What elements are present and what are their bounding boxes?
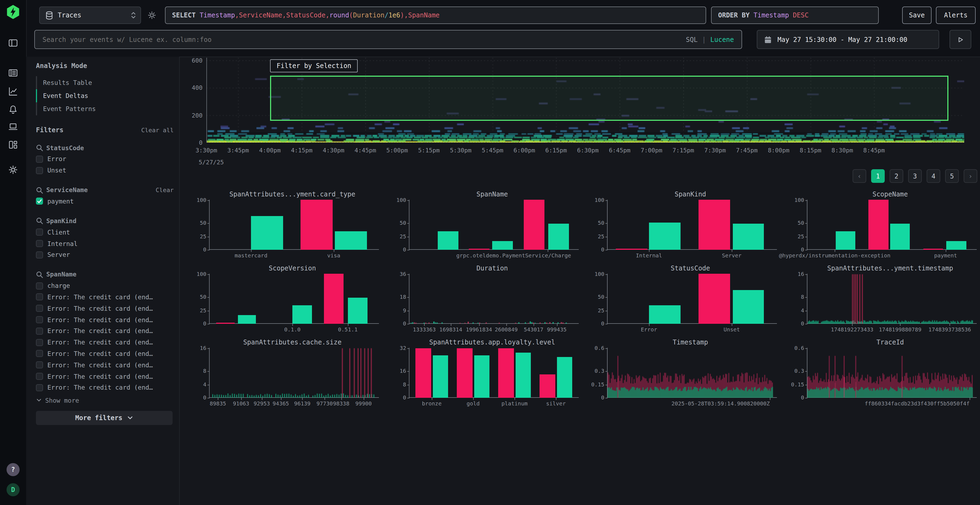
chart-y-tick xyxy=(605,237,608,237)
chart-x-tick-label: ff860334facdb23d3f430ff5b5050f4f xyxy=(865,400,970,407)
more-filters-button[interactable]: More filters xyxy=(36,411,173,425)
chart-x-tick-label: @hyperdx/instrumentation-exception xyxy=(779,252,891,259)
search-bar[interactable]: SQL | Lucene xyxy=(34,30,742,49)
heatmap-y-tick-label: 400 xyxy=(181,85,202,92)
filter-group-header[interactable]: ServiceNameClear xyxy=(36,184,175,195)
filter-option[interactable]: Error: The credit card (end… xyxy=(36,337,175,348)
filter-option[interactable]: Error: The credit card (end… xyxy=(36,359,175,371)
checkbox[interactable] xyxy=(36,198,43,205)
chart-bar xyxy=(498,348,514,398)
checkbox[interactable] xyxy=(36,240,43,247)
analysis-mode-item-event-patterns[interactable]: Event Patterns xyxy=(36,102,175,115)
chart-explorer-icon[interactable] xyxy=(8,86,19,97)
filter-group-header[interactable]: SpanName xyxy=(36,269,175,280)
show-more-toggle[interactable]: Show more xyxy=(36,395,175,405)
checkbox[interactable] xyxy=(36,229,43,236)
filter-option[interactable]: Error: The credit card (end… xyxy=(36,371,175,382)
checkbox[interactable] xyxy=(36,294,43,301)
chart-x-tick-label: bronze xyxy=(422,400,442,407)
pagination-page-5[interactable]: 5 xyxy=(945,169,959,183)
search-logs-icon[interactable] xyxy=(8,67,19,78)
chart-y-tick-label: 32 xyxy=(384,345,406,351)
chart-bar xyxy=(216,323,234,324)
filter-option[interactable]: Error: The credit card (end… xyxy=(36,326,175,337)
filter-option[interactable]: Client xyxy=(36,227,175,238)
toggle-sql-label[interactable]: SQL xyxy=(686,36,697,43)
order-by-editor[interactable]: ORDER BY Timestamp DESC xyxy=(711,6,879,24)
chart-x-tick-label: 999435 xyxy=(547,327,566,332)
save-button[interactable]: Save xyxy=(902,6,932,24)
filter-option[interactable]: charge xyxy=(36,280,175,292)
filter-group-header[interactable]: StatusCode xyxy=(36,142,175,154)
toggle-divider: | xyxy=(702,36,706,43)
chart-x-tick xyxy=(218,398,218,400)
alerts-button[interactable]: Alerts xyxy=(936,6,976,24)
pagination-page-3[interactable]: 3 xyxy=(908,169,922,183)
checkbox[interactable] xyxy=(36,282,43,289)
checkbox[interactable] xyxy=(36,251,43,259)
filter-option[interactable]: Server xyxy=(36,249,175,260)
filters-title: Filters xyxy=(36,126,64,134)
chart-y-tick xyxy=(605,348,608,349)
checkbox[interactable] xyxy=(36,305,43,312)
heatmap-selection[interactable] xyxy=(270,75,948,121)
user-avatar[interactable]: D xyxy=(6,483,20,496)
dashboards-icon[interactable] xyxy=(8,139,19,150)
pagination-next[interactable]: › xyxy=(964,169,977,183)
chart-x-tick xyxy=(479,324,479,326)
sessions-laptop-icon[interactable] xyxy=(8,121,19,132)
checkbox[interactable] xyxy=(36,327,43,335)
filter-option[interactable]: Error xyxy=(36,154,175,165)
filter-option[interactable]: Error: The credit card (end… xyxy=(36,303,175,314)
clear-filter-link[interactable]: Clear xyxy=(156,186,174,194)
heatmap-x-tick-label: 5:15pm xyxy=(418,147,440,154)
chart-y-tick xyxy=(805,297,807,298)
pagination-page-1[interactable]: 1 xyxy=(871,169,885,183)
query-token: , xyxy=(235,11,239,19)
search-input[interactable] xyxy=(35,30,686,48)
chart-x-tick xyxy=(835,250,835,252)
analysis-mode-item-results-table[interactable]: Results Table xyxy=(36,76,175,89)
alerts-bell-icon[interactable] xyxy=(8,104,19,115)
clear-all-filters-link[interactable]: Clear all xyxy=(141,127,174,133)
source-settings-gear-icon[interactable] xyxy=(147,10,157,20)
source-select[interactable]: Traces xyxy=(39,6,141,24)
help-button[interactable]: ? xyxy=(6,463,20,476)
app-root: Traces SELECT Timestamp,ServiceName,Stat… xyxy=(0,0,980,505)
checkbox[interactable] xyxy=(36,350,43,357)
settings-gear-icon[interactable] xyxy=(8,164,19,175)
chart-bar xyxy=(474,355,490,398)
filter-option[interactable]: Error: The credit card (end… xyxy=(36,291,175,303)
chart-y-tick-label: 100 xyxy=(582,271,605,277)
analysis-mode-item-event-deltas[interactable]: Event Deltas xyxy=(36,89,175,102)
toggle-lucene-label[interactable]: Lucene xyxy=(710,36,734,43)
filter-option[interactable]: Unset xyxy=(36,165,175,176)
checkbox[interactable] xyxy=(36,373,43,380)
checkbox[interactable] xyxy=(36,384,43,391)
pagination-prev[interactable]: ‹ xyxy=(853,169,866,183)
filter-group-header[interactable]: SpanKind xyxy=(36,215,175,227)
hyperdx-logo[interactable] xyxy=(6,4,20,20)
filter-option[interactable]: payment xyxy=(36,195,175,207)
chart-x-tick xyxy=(852,324,853,326)
checkbox[interactable] xyxy=(36,339,43,346)
filter-option[interactable]: Error: The credit card (end… xyxy=(36,314,175,326)
checkbox[interactable] xyxy=(36,167,43,174)
chart-bar xyxy=(698,274,730,324)
filter-option[interactable]: Error: The credit card (end… xyxy=(36,382,175,394)
select-query-editor[interactable]: SELECT Timestamp,ServiceName,StatusCode,… xyxy=(165,6,706,24)
run-query-button[interactable] xyxy=(950,30,971,49)
chart-y-tick xyxy=(207,371,210,372)
pagination-page-4[interactable]: 4 xyxy=(927,169,940,183)
side-panel-icon[interactable] xyxy=(8,38,19,48)
pagination-page-2[interactable]: 2 xyxy=(889,169,903,183)
filter-by-selection-tooltip[interactable]: Filter by Selection xyxy=(270,59,358,72)
nav-rail: ? D xyxy=(0,0,27,505)
query-language-toggle[interactable]: SQL | Lucene xyxy=(686,36,741,43)
checkbox[interactable] xyxy=(36,362,43,369)
checkbox[interactable] xyxy=(36,156,43,163)
filter-option[interactable]: Error: The credit card (end… xyxy=(36,348,175,359)
checkbox[interactable] xyxy=(36,316,43,323)
date-range-picker[interactable]: May 27 15:30:00 - May 27 21:00:00 xyxy=(757,30,939,49)
filter-option[interactable]: Internal xyxy=(36,238,175,249)
